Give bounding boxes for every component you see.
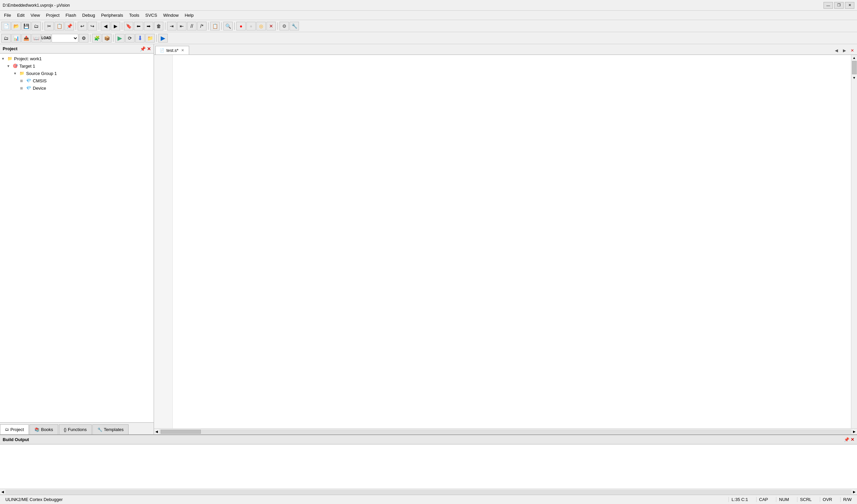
build-output-header: Build Output 📌 ✕ xyxy=(0,435,857,444)
code-content[interactable] xyxy=(173,55,851,429)
clear-bookmark-button[interactable]: 🗑 xyxy=(154,22,163,31)
scroll-down-arrow[interactable]: ▼ xyxy=(852,75,857,80)
menu-file[interactable]: File xyxy=(1,12,14,19)
tree-device[interactable]: ⊞ 💎 Device xyxy=(0,84,154,92)
unindent-button[interactable]: ⇤ xyxy=(177,22,186,31)
multi-proj-button[interactable]: 📁 xyxy=(145,34,155,43)
tab-books-label: Books xyxy=(41,427,53,432)
rebuild-button[interactable]: ⟳ xyxy=(125,34,135,43)
horizontal-scrollbar[interactable]: ◀ ▶ xyxy=(154,429,857,434)
tree-target1[interactable]: ▼ 🎯 Target 1 xyxy=(0,62,154,70)
uncomment-button[interactable]: /* xyxy=(197,22,206,31)
breakpoint-button[interactable]: ● xyxy=(236,22,246,31)
scroll-thumb[interactable] xyxy=(852,61,857,74)
menu-edit[interactable]: Edit xyxy=(14,12,27,19)
build-close-icon[interactable]: ✕ xyxy=(851,437,854,442)
tab-scroll-left[interactable]: ◀ xyxy=(833,47,840,54)
tab-project-icon: 🗂 xyxy=(5,427,9,432)
project-root-label: Project: work1 xyxy=(14,56,41,61)
menu-project[interactable]: Project xyxy=(43,12,62,19)
tree-project-root[interactable]: ▼ 📁 Project: work1 xyxy=(0,55,154,62)
menu-help[interactable]: Help xyxy=(182,12,197,19)
next-bookmark-button[interactable]: ➡ xyxy=(144,22,153,31)
vertical-scrollbar[interactable]: ▲ ▼ xyxy=(851,55,857,429)
menu-view[interactable]: View xyxy=(28,12,43,19)
menu-tools[interactable]: Tools xyxy=(127,12,142,19)
status-rw: R/W xyxy=(840,497,854,502)
download-button[interactable]: ⬇ xyxy=(135,34,145,43)
tab-templates[interactable]: 🔧 Templates xyxy=(93,424,129,434)
target-dropdown[interactable]: Target 1 xyxy=(52,34,78,43)
menu-debug[interactable]: Debug xyxy=(80,12,98,19)
scroll-right-arrow[interactable]: ▶ xyxy=(852,429,857,434)
build-scroll-right[interactable]: ▶ xyxy=(852,489,857,494)
new-file-button[interactable]: 📄 xyxy=(1,22,11,31)
pack-installer-button[interactable]: 📦 xyxy=(102,34,112,43)
enable-bp-button[interactable]: ● xyxy=(246,22,256,31)
tree-source-group[interactable]: ▼ 📁 Source Group 1 xyxy=(0,70,154,77)
tab-books-icon: 📚 xyxy=(34,427,39,432)
manage-components-button[interactable]: 🧩 xyxy=(92,34,101,43)
menu-flash[interactable]: Flash xyxy=(63,12,79,19)
tree-cmsis[interactable]: ⊞ 💎 CMSIS xyxy=(0,77,154,84)
project-close-icon[interactable]: ✕ xyxy=(147,46,151,52)
sep1 xyxy=(43,22,43,30)
build-scroll-left[interactable]: ◀ xyxy=(0,489,5,494)
output-button[interactable]: 📤 xyxy=(21,34,31,43)
tab-scroll-right[interactable]: ▶ xyxy=(841,47,847,54)
scroll-left-arrow[interactable]: ◀ xyxy=(154,429,159,434)
copy-button[interactable]: 📋 xyxy=(54,22,64,31)
tab-project-label: Project xyxy=(11,427,24,432)
menu-peripherals[interactable]: Peripherals xyxy=(98,12,126,19)
scroll-h-thumb[interactable] xyxy=(161,430,201,434)
load-button[interactable]: LOAD xyxy=(41,34,51,43)
tab-close-editor[interactable]: ✕ xyxy=(849,47,856,54)
toolbar2: 🗂 📊 📤 📖 LOAD Target 1 ⚙ 🧩 📦 ▶ ⟳ ⬇ 📁 ▶ xyxy=(0,32,857,44)
menu-svcs[interactable]: SVCS xyxy=(142,12,160,19)
redo-button[interactable]: ↪ xyxy=(88,22,97,31)
build-scrollbar-h[interactable]: ◀ ▶ xyxy=(0,489,857,494)
extern-tools-button[interactable]: ⚙ xyxy=(280,22,289,31)
save-all-button[interactable]: 🗂 xyxy=(32,22,41,31)
tab-books[interactable]: 📚 Books xyxy=(30,424,58,434)
scroll-up-arrow[interactable]: ▲ xyxy=(852,55,857,60)
editor-tab-tests[interactable]: 📄 test.s* ✕ xyxy=(155,46,189,54)
project-header-title: Project xyxy=(3,46,17,51)
nav-fwd-button[interactable]: ▶ xyxy=(111,22,120,31)
kill-bp-button[interactable]: ✕ xyxy=(267,22,276,31)
cut-button[interactable]: ✂ xyxy=(45,22,54,31)
close-button[interactable]: ✕ xyxy=(845,2,854,9)
disable-bp-button[interactable]: ◎ xyxy=(256,22,266,31)
title-bar: D:\Embedded\work1.uvprojx - µVision — ❐ … xyxy=(0,0,857,11)
maximize-button[interactable]: ❐ xyxy=(834,2,844,9)
indent-button[interactable]: ⇥ xyxy=(167,22,177,31)
editor-tab-close-button[interactable]: ✕ xyxy=(181,48,185,52)
project-pin-icon[interactable]: 📌 xyxy=(140,46,146,52)
status-scrl: SCRL xyxy=(797,497,814,502)
minimize-button[interactable]: — xyxy=(824,2,833,9)
build-output-content[interactable] xyxy=(0,444,857,489)
undo-button[interactable]: ↩ xyxy=(78,22,87,31)
bookmark-button[interactable]: 🔖 xyxy=(124,22,133,31)
build-pin-icon[interactable]: 📌 xyxy=(844,437,849,442)
status-cap: CAP xyxy=(756,497,771,502)
paste-button[interactable]: 📌 xyxy=(65,22,74,31)
tab-functions[interactable]: {} Functions xyxy=(59,424,92,434)
toolbar1: 📄 📂 💾 🗂 ✂ 📋 📌 ↩ ↪ ◀ ▶ 🔖 ⬅ ➡ 🗑 ⇥ ⇤ // /* … xyxy=(0,20,857,32)
save-file-button[interactable]: 💾 xyxy=(21,22,31,31)
menu-window[interactable]: Window xyxy=(161,12,181,19)
open-file-button[interactable]: 📂 xyxy=(11,22,21,31)
project-window-button[interactable]: 🗂 xyxy=(1,34,11,43)
comment-button[interactable]: // xyxy=(187,22,197,31)
prev-bookmark-button[interactable]: ⬅ xyxy=(134,22,143,31)
registers-button[interactable]: 📊 xyxy=(11,34,21,43)
find-button[interactable]: 🔍 xyxy=(223,22,233,31)
tab-project[interactable]: 🗂 Project xyxy=(0,424,29,434)
start-debug-button[interactable]: ▶ xyxy=(158,34,168,43)
nav-back-button[interactable]: ◀ xyxy=(101,22,110,31)
build-button[interactable]: ▶ xyxy=(115,34,124,43)
build-log-button[interactable]: 📋 xyxy=(210,22,220,31)
source-button[interactable]: 📖 xyxy=(32,34,41,43)
config-button[interactable]: 🔧 xyxy=(289,22,299,31)
options-target-button[interactable]: ⚙ xyxy=(79,34,88,43)
